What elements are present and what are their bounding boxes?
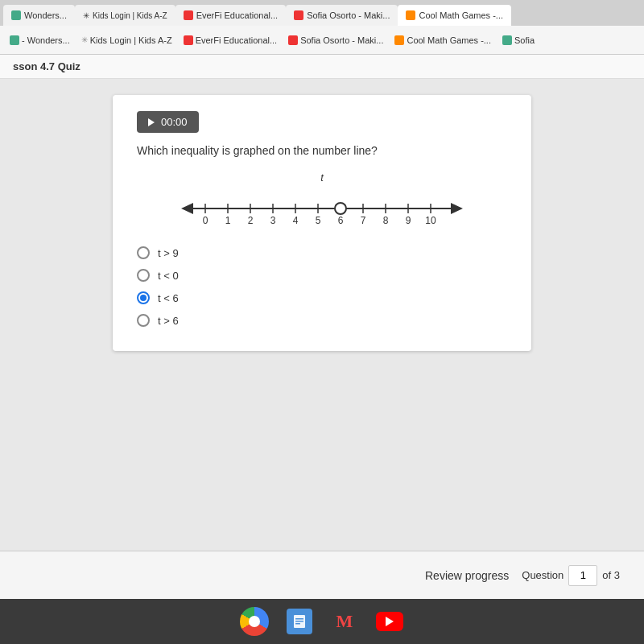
browser-tabs: Wonders... ✳ Kids Login | Kids A-Z EverF…	[0, 0, 644, 26]
bookmark-star-icon: ✳	[81, 35, 88, 44]
bookmark-icon-wonders	[10, 35, 19, 45]
bookmark-sofia2[interactable]: Sofia	[499, 34, 538, 47]
tab-label-coolmath: Cool Math Games -...	[419, 10, 503, 20]
svg-rect-29	[295, 623, 300, 625]
bookmark-label-wonders: - Wonders...	[22, 35, 70, 45]
bookmark-coolmath[interactable]: Cool Math Games -...	[391, 34, 494, 47]
question-text: Which inequality is graphed on the numbe…	[137, 144, 507, 157]
bookmarks-bar: - Wonders... ✳ Kids Login | Kids A-Z Eve…	[0, 26, 644, 55]
chrome-inner-circle	[249, 616, 260, 627]
answer-row-B[interactable]: t < 0	[137, 269, 507, 282]
tab-coolmath[interactable]: Cool Math Games -...	[398, 5, 511, 26]
tab-label-everfi: EverFi Educational...	[196, 10, 279, 20]
tab-wonders[interactable]: Wonders...	[3, 5, 75, 26]
bookmark-icon-everfi	[184, 35, 193, 45]
bookmark-everfi[interactable]: EverFi Educational...	[180, 34, 281, 47]
answer-choices: t > 9 t < 0 t < 6 t > 6	[137, 246, 507, 327]
tab-favicon-wonders	[11, 10, 21, 20]
answer-row-A[interactable]: t > 9	[137, 246, 507, 259]
files-logo	[287, 609, 312, 634]
tab-everfi[interactable]: EverFi Educational...	[175, 5, 287, 26]
taskbar-files-icon[interactable]	[285, 607, 314, 636]
tab-label-sofia-maki: Sofia Osorto - Maki...	[307, 10, 390, 20]
question-number-input[interactable]	[568, 565, 597, 586]
svg-text:9: 9	[406, 215, 411, 226]
quiz-card: 00:00 Which inequality is graphed on the…	[113, 95, 531, 351]
bookmark-kidsaz[interactable]: ✳ Kids Login | Kids A-Z	[78, 34, 175, 47]
video-play-button[interactable]: 00:00	[137, 111, 199, 133]
bottom-bar: Review progress Question of 3	[0, 551, 644, 599]
answer-label-A: t > 9	[158, 247, 179, 259]
of-label: of 3	[602, 569, 620, 581]
taskbar-youtube-icon[interactable]	[375, 607, 404, 636]
taskbar-gmail-icon[interactable]: M	[330, 607, 359, 636]
radio-D[interactable]	[137, 314, 150, 327]
radio-A[interactable]	[137, 246, 150, 259]
radio-C-fill	[140, 295, 147, 301]
taskbar-chrome-icon[interactable]	[240, 607, 269, 636]
youtube-logo	[376, 612, 403, 631]
tab-label-kidsaz: Kids Login | Kids A-Z	[93, 11, 167, 20]
bookmark-icon-coolmath	[394, 35, 404, 45]
answer-label-C: t < 6	[158, 292, 179, 304]
answer-row-D[interactable]: t > 6	[137, 314, 507, 327]
bookmark-label-kidsaz: Kids Login | Kids A-Z	[90, 35, 172, 45]
question-label: Question	[522, 569, 564, 581]
play-icon	[148, 118, 155, 126]
number-line-variable-label: t	[145, 171, 499, 184]
svg-text:7: 7	[361, 215, 366, 226]
files-svg	[291, 613, 308, 630]
tab-label-wonders: Wonders...	[24, 10, 67, 20]
chrome-logo	[240, 607, 269, 636]
review-progress-button[interactable]: Review progress	[425, 569, 509, 582]
youtube-play-icon	[386, 617, 394, 626]
video-time: 00:00	[161, 116, 188, 128]
tab-favicon-coolmath	[406, 10, 415, 20]
number-line-svg: 0 1 2 3 4 5 6 7 8 9	[173, 187, 471, 230]
radio-B[interactable]	[137, 269, 150, 282]
svg-text:6: 6	[338, 215, 344, 226]
bookmark-icon-sofia	[288, 35, 298, 45]
gmail-logo: M	[336, 611, 353, 632]
tab-favicon-everfi	[184, 10, 193, 20]
answer-label-B: t < 0	[158, 270, 179, 282]
svg-rect-27	[295, 618, 303, 620]
answer-row-C[interactable]: t < 6	[137, 291, 507, 304]
svg-text:1: 1	[225, 215, 231, 226]
tab-star-icon: ✳	[83, 11, 89, 20]
tab-favicon-sofia	[294, 10, 303, 20]
question-nav: Question of 3	[522, 565, 620, 586]
svg-text:10: 10	[425, 215, 436, 226]
tab-kids-az[interactable]: ✳ Kids Login | Kids A-Z	[75, 5, 175, 26]
svg-text:3: 3	[270, 215, 276, 226]
bookmark-icon-sofia2	[502, 35, 512, 45]
page-title: sson 4.7 Quiz	[13, 60, 80, 72]
svg-text:2: 2	[248, 215, 254, 226]
tab-sofia-maki[interactable]: Sofia Osorto - Maki...	[286, 5, 398, 26]
bookmark-label-everfi: EverFi Educational...	[196, 35, 278, 45]
bookmark-wonders[interactable]: - Wonders...	[6, 34, 73, 47]
svg-point-16	[335, 203, 346, 214]
page-titlebar: sson 4.7 Quiz	[0, 55, 644, 79]
svg-rect-28	[295, 621, 303, 622]
bookmark-label-coolmath: Cool Math Games -...	[407, 35, 491, 45]
bookmark-label-sofia2: Sofia	[514, 35, 535, 45]
number-line-container: t 0 1 2 3 4 5	[137, 171, 507, 230]
radio-C[interactable]	[137, 291, 150, 304]
bookmark-sofia-maki[interactable]: Sofia Osorto - Maki...	[285, 34, 386, 47]
taskbar: M	[0, 599, 644, 644]
svg-text:5: 5	[316, 215, 321, 226]
svg-text:8: 8	[383, 215, 389, 226]
bookmark-label-sofia: Sofia Osorto - Maki...	[300, 35, 383, 45]
svg-text:4: 4	[293, 215, 299, 226]
svg-marker-2	[451, 203, 463, 214]
svg-text:0: 0	[203, 215, 208, 226]
page-content: 00:00 Which inequality is graphed on the…	[0, 79, 644, 551]
answer-label-D: t > 6	[158, 315, 179, 327]
